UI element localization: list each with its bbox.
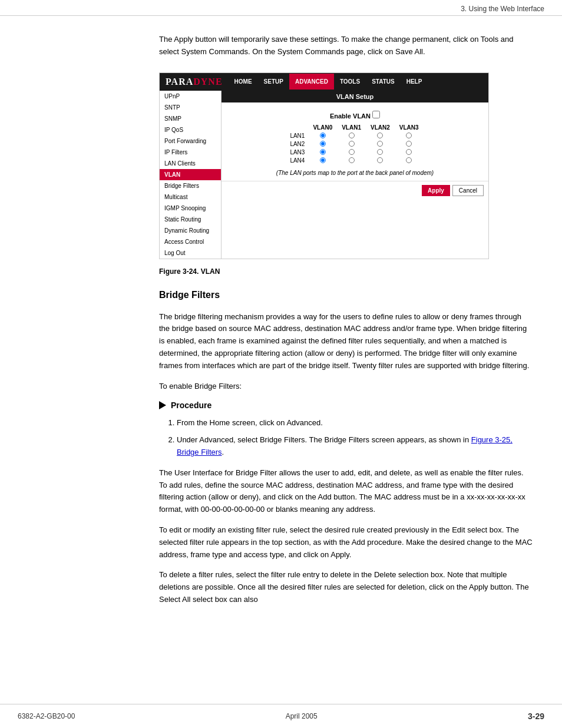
table-row: LAN1 <box>286 132 423 140</box>
sidebar-igmp[interactable]: IGMP Snooping <box>160 203 221 214</box>
col-vlan3: VLAN3 <box>395 123 424 132</box>
sidebar-lanclients[interactable]: LAN Clients <box>160 158 221 169</box>
lan1-vlan0-radio[interactable] <box>320 133 326 138</box>
footer-left: 6382-A2-GB20-00 <box>18 712 75 720</box>
bridge-filters-para1: The bridge filtering mechanism provides … <box>159 311 533 372</box>
vlan-note: (The LAN ports map to the port at the ba… <box>231 170 479 176</box>
apply-button[interactable]: Apply <box>422 185 450 196</box>
enable-vlan-label[interactable]: Enable VLAN <box>330 112 380 120</box>
router-body: UPnP SNTP SNMP IP QoS Port Forwarding IP… <box>160 91 488 259</box>
port-lan3: LAN3 <box>286 148 308 157</box>
lan2-vlan1-radio[interactable] <box>349 141 355 147</box>
page-footer: 6382-A2-GB20-00 April 2005 3-29 <box>0 704 562 728</box>
sidebar-staticrouting[interactable]: Static Routing <box>160 214 221 225</box>
sidebar-ipqos[interactable]: IP QoS <box>160 124 221 135</box>
vlan-panel: Enable VLAN VLAN0 VLAN1 VLAN2 <box>222 102 488 181</box>
lan1-vlan1-radio[interactable] <box>349 133 355 138</box>
page-header: 3. Using the Web Interface <box>0 0 562 16</box>
col-port <box>286 123 308 132</box>
procedure-list: From the Home screen, click on Advanced.… <box>177 417 533 458</box>
sidebar-upnp[interactable]: UPnP <box>160 91 221 102</box>
sidebar-bridgefilters[interactable]: Bridge Filters <box>160 180 221 191</box>
cancel-button[interactable]: Cancel <box>452 185 484 196</box>
router-nav: PARADYNE HOME SETUP ADVANCED TooLS STATU… <box>160 73 488 91</box>
table-row: LAN3 <box>286 148 423 157</box>
port-lan4: LAN4 <box>286 157 308 165</box>
nav-setup[interactable]: SETUP <box>258 74 289 90</box>
procedure-heading: Procedure <box>159 401 533 410</box>
table-row: LAN2 <box>286 140 423 148</box>
list-item: From the Home screen, click on Advanced. <box>177 417 533 429</box>
lan4-vlan0-radio[interactable] <box>320 157 326 163</box>
router-logo: PARADYNE <box>160 73 229 91</box>
lan3-vlan0-radio[interactable] <box>320 149 326 155</box>
col-vlan0: VLAN0 <box>308 123 337 132</box>
nav-advanced[interactable]: ADVANCED <box>289 74 334 90</box>
lan2-vlan2-radio[interactable] <box>377 141 383 147</box>
nav-tools[interactable]: TooLS <box>334 74 366 90</box>
enable-vlan-checkbox[interactable] <box>372 111 380 118</box>
sidebar-portfwd[interactable]: Port Forwarding <box>160 135 221 147</box>
bridge-filters-para5: To delete a filter rules, select the fil… <box>159 569 533 605</box>
port-lan1: LAN1 <box>286 132 308 140</box>
intro-paragraph: The Apply button will temporarily save t… <box>159 34 533 58</box>
content-title: VLAN Setup <box>222 91 488 102</box>
col-vlan2: VLAN2 <box>366 123 395 132</box>
main-content: The Apply button will temporarily save t… <box>0 16 562 632</box>
nav-items: HOME SETUP ADVANCED TooLS STATUS HELP <box>229 74 488 90</box>
sidebar-sntp[interactable]: SNTP <box>160 102 221 113</box>
lan3-vlan2-radio[interactable] <box>377 149 383 155</box>
lan4-vlan2-radio[interactable] <box>377 157 383 163</box>
sidebar-vlan[interactable]: VLAN <box>160 169 221 180</box>
enable-vlan-row: Enable VLAN <box>231 111 479 120</box>
port-lan2: LAN2 <box>286 140 308 148</box>
lan2-vlan3-radio[interactable] <box>406 141 412 147</box>
sidebar-accesscontrol[interactable]: Access Control <box>160 236 221 247</box>
procedure-triangle-icon <box>159 401 166 409</box>
nav-help[interactable]: HELP <box>401 74 428 90</box>
table-row: LAN4 <box>286 157 423 165</box>
router-actions: Apply Cancel <box>222 181 488 200</box>
sidebar-dynamicrouting[interactable]: Dynamic Routing <box>160 225 221 236</box>
figure-caption: Figure 3-24. VLAN <box>159 267 533 276</box>
lan1-vlan2-radio[interactable] <box>377 133 383 138</box>
logo-text: PARADYNE <box>166 77 223 87</box>
router-content: VLAN Setup Enable VLAN <box>222 91 488 259</box>
list-item: Under Advanced, select Bridge Filters. T… <box>177 434 533 459</box>
bridge-filters-para2: To enable Bridge Filters: <box>159 380 533 393</box>
sidebar-ipfilters[interactable]: IP Filters <box>160 147 221 158</box>
footer-right: 3-29 <box>528 712 544 721</box>
nav-status[interactable]: STATUS <box>366 74 401 90</box>
vlan-table: VLAN0 VLAN1 VLAN2 VLAN3 LAN1 <box>286 123 423 165</box>
lan4-vlan1-radio[interactable] <box>349 157 355 163</box>
sidebar-snmp[interactable]: SNMP <box>160 113 221 124</box>
section-heading-bridge-filters: Bridge Filters <box>159 290 533 300</box>
procedure-label: Procedure <box>171 401 211 410</box>
figure-link[interactable]: Figure 3-25, Bridge Filters <box>177 435 513 456</box>
bridge-filters-para3: The User Interface for Bridge Filter all… <box>159 467 533 516</box>
bridge-filters-para4: To edit or modify an existing filter rul… <box>159 524 533 561</box>
router-ui-mockup: PARADYNE HOME SETUP ADVANCED TooLS STATU… <box>159 72 489 259</box>
lan1-vlan3-radio[interactable] <box>406 133 412 138</box>
router-sidebar: UPnP SNTP SNMP IP QoS Port Forwarding IP… <box>160 91 222 259</box>
sidebar-logout[interactable]: Log Out <box>160 247 221 259</box>
footer-center: April 2005 <box>286 712 318 720</box>
lan2-vlan0-radio[interactable] <box>320 141 326 147</box>
lan3-vlan1-radio[interactable] <box>349 149 355 155</box>
col-vlan1: VLAN1 <box>337 123 366 132</box>
sidebar-multicast[interactable]: Multicast <box>160 191 221 203</box>
lan4-vlan3-radio[interactable] <box>406 157 412 163</box>
chapter-title: 3. Using the Web Interface <box>461 5 544 13</box>
nav-home[interactable]: HOME <box>229 74 258 90</box>
lan3-vlan3-radio[interactable] <box>406 149 412 155</box>
